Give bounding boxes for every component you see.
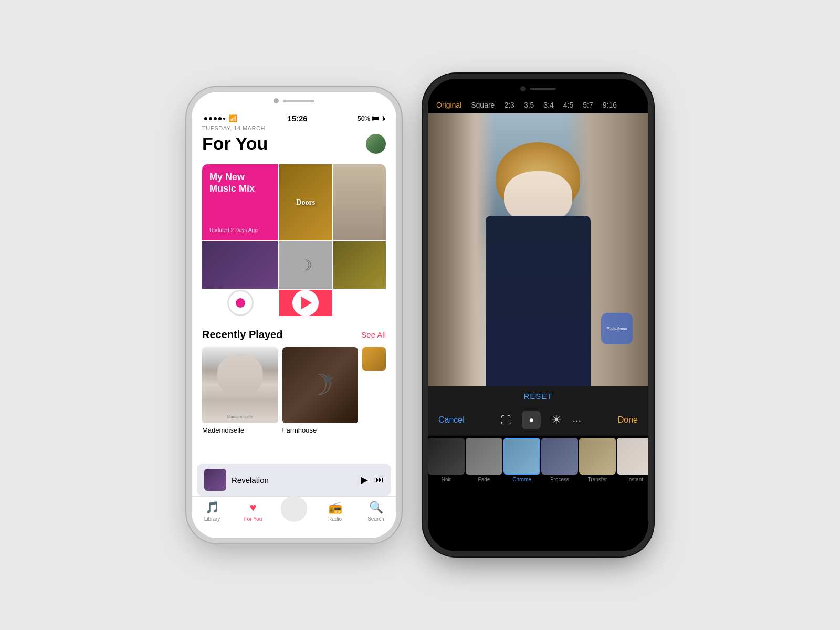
- stamp-tool-icon[interactable]: ●: [522, 411, 541, 429]
- filter-process[interactable]: Process: [541, 436, 578, 485]
- speaker-bar2: [530, 88, 556, 90]
- crop-square[interactable]: Square: [471, 101, 495, 109]
- tab-for-you[interactable]: ♥ For You: [233, 501, 274, 522]
- sticker-badge: Photo Arena: [601, 313, 633, 344]
- page-header: For You: [202, 133, 386, 154]
- battery-icon: [372, 116, 384, 121]
- speaker-bar: [283, 100, 314, 102]
- filter-instant[interactable]: Instant: [617, 436, 648, 485]
- tab-library[interactable]: 🎵 Library: [192, 501, 233, 522]
- mix-title: My New Music Mix: [209, 172, 271, 194]
- tab-radio-label: Radio: [328, 516, 342, 522]
- phone1-top-hardware: [192, 92, 396, 107]
- more-icon[interactable]: ···: [572, 414, 581, 426]
- now-playing-art: [204, 469, 226, 491]
- filter-transfer-label: Transfer: [588, 477, 607, 482]
- library-icon: 🎵: [205, 501, 219, 514]
- camera-dot2: [520, 86, 526, 91]
- crop-tool-icon[interactable]: ⛶: [501, 414, 511, 426]
- now-playing-bar[interactable]: Revelation ▶ ⏭: [197, 464, 391, 496]
- avatar[interactable]: [366, 134, 386, 154]
- crop-original[interactable]: Original: [436, 101, 461, 109]
- signal-dots: 📶: [204, 114, 237, 122]
- filter-noir-label: Noir: [442, 477, 451, 482]
- album-woman: [333, 164, 386, 240]
- cell-play[interactable]: [279, 290, 332, 316]
- wifi-icon: 📶: [229, 114, 237, 122]
- done-button[interactable]: Done: [618, 415, 638, 425]
- album-partial: [362, 347, 386, 434]
- mix-grid[interactable]: My New Music Mix Updated 2 Days Ago Door…: [202, 164, 386, 316]
- photo-area: Photo Arena: [428, 113, 648, 386]
- mix-main-tile[interactable]: My New Music Mix Updated 2 Days Ago: [202, 164, 278, 240]
- filter-process-label: Process: [550, 477, 569, 482]
- crop-2-3[interactable]: 2:3: [504, 101, 514, 109]
- album-farmhouse[interactable]: ☽ ★ Farmhouse: [282, 347, 359, 434]
- date-label: TUESDAY, 14 MARCH: [202, 125, 386, 131]
- tab-circle: [274, 501, 314, 522]
- filter-chrome-label: Chrome: [512, 477, 531, 482]
- tab-search[interactable]: 🔍 Search: [355, 501, 396, 522]
- reset-bar: RESET: [428, 386, 648, 406]
- see-all-button[interactable]: See All: [361, 330, 386, 339]
- album-mademoiselle-label: Mademoiselle: [202, 414, 278, 419]
- album-mademoiselle[interactable]: Mademoiselle Mademoiselle: [202, 347, 278, 434]
- tab-for-you-label: For You: [244, 516, 262, 522]
- tab-library-label: Library: [204, 516, 220, 522]
- heart-icon: ♥: [249, 501, 256, 514]
- crop-4-5[interactable]: 4:5: [563, 101, 573, 109]
- albums-row: Mademoiselle Mademoiselle ☽ ★: [202, 347, 386, 434]
- status-right: 50%: [358, 115, 384, 122]
- reset-button[interactable]: RESET: [523, 392, 552, 401]
- person-figure: [486, 134, 591, 386]
- status-bar: 📶 15:26 50%: [192, 107, 396, 125]
- album-moon: ☽: [279, 242, 332, 289]
- album-cell-purple: [202, 242, 278, 289]
- search-icon: 🔍: [369, 501, 383, 514]
- radio-icon: 📻: [328, 501, 342, 514]
- play-button[interactable]: ▶: [361, 474, 368, 486]
- album-title-mademoiselle: Mademoiselle: [202, 426, 278, 434]
- filter-transfer[interactable]: Transfer: [579, 436, 616, 485]
- now-playing-controls: ▶ ⏭: [361, 474, 384, 486]
- filter-chrome[interactable]: Chrome: [503, 436, 540, 485]
- filter-fade[interactable]: Fade: [466, 436, 502, 485]
- filter-instant-label: Instant: [627, 477, 643, 482]
- album-cell-yellow: [333, 242, 386, 289]
- section-header: Recently Played See All: [202, 329, 386, 341]
- mix-updated: Updated 2 Days Ago: [209, 227, 271, 233]
- filter-fade-label: Fade: [478, 477, 490, 482]
- album-doors: Doors: [279, 164, 332, 240]
- brightness-icon[interactable]: ☀: [551, 413, 562, 427]
- cancel-button[interactable]: Cancel: [438, 415, 465, 425]
- tab-radio[interactable]: 📻 Radio: [314, 501, 355, 522]
- filter-strip: Noir Fade Chrome Process Transfer Instan…: [428, 436, 648, 485]
- battery-percentage: 50%: [358, 115, 370, 122]
- crop-3-5[interactable]: 3:5: [524, 101, 534, 109]
- tab-bar: 🎵 Library ♥ For You 📻 Radio 🔍 Search: [192, 496, 396, 538]
- phone1-music: 📶 15:26 50% TUESDAY, 14 MARCH For You: [192, 92, 396, 538]
- crop-bar: Original Square 2:3 3:5 3:4 4:5 5:7 9:16: [428, 94, 648, 113]
- camera-dot: [274, 98, 279, 103]
- recently-played-label: Recently Played: [202, 329, 282, 341]
- now-playing-title: Revelation: [232, 476, 355, 485]
- skip-button[interactable]: ⏭: [375, 475, 384, 485]
- phone2-top-hardware: [428, 79, 648, 94]
- tool-icons: ⛶ ● ☀ ···: [501, 411, 581, 429]
- bottom-controls: Cancel ⛶ ● ☀ ··· Done: [428, 406, 648, 436]
- crop-9-16[interactable]: 9:16: [603, 101, 617, 109]
- tab-search-label: Search: [368, 516, 384, 522]
- cell-radio: [202, 290, 278, 316]
- phone2-photo: Original Square 2:3 3:5 3:4 4:5 5:7 9:16: [428, 79, 648, 551]
- status-time: 15:26: [287, 114, 307, 123]
- page-title: For You: [202, 133, 268, 154]
- filter-noir[interactable]: Noir: [428, 436, 465, 485]
- crop-5-7[interactable]: 5:7: [583, 101, 593, 109]
- music-content: TUESDAY, 14 MARCH For You My New Music M…: [192, 125, 396, 434]
- album-title-farmhouse: Farmhouse: [282, 426, 359, 434]
- crop-3-4[interactable]: 3:4: [543, 101, 553, 109]
